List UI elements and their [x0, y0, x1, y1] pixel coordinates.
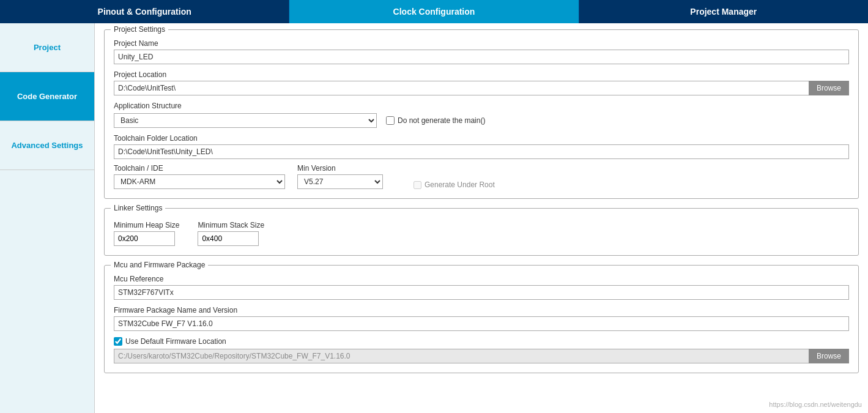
app-structure-select[interactable]: Basic Advanced: [114, 113, 377, 128]
firmware-package-input[interactable]: [114, 316, 849, 331]
min-version-select[interactable]: V5.27 V5.30 V5.32: [297, 174, 383, 189]
tab-project-manager[interactable]: Project Manager: [579, 0, 868, 23]
content-area: Project Settings Project Name Project Lo…: [95, 23, 868, 413]
toolchain-ide-col: Toolchain / IDE MDK-ARM STM32CubeIDE Mak…: [114, 164, 285, 189]
use-default-firmware-row: Use Default Firmware Location: [114, 337, 849, 346]
watermark-text: https://blog.csdn.net/weitengdu: [769, 401, 862, 408]
linker-row: Minimum Heap Size Minimum Stack Size: [114, 218, 849, 246]
min-stack-label: Minimum Stack Size: [198, 221, 264, 229]
app-structure-label: Application Structure: [114, 102, 849, 110]
project-location-row: Browse: [114, 81, 849, 95]
sidebar-item-code-generator[interactable]: Code Generator: [0, 72, 94, 121]
min-heap-input[interactable]: [114, 231, 175, 246]
linker-settings-group: Linker Settings Minimum Heap Size Minimu…: [104, 208, 859, 256]
project-location-browse-button[interactable]: Browse: [809, 81, 849, 95]
main-layout: Project Code Generator Advanced Settings…: [0, 23, 868, 413]
top-navigation: Pinout & Configuration Clock Configurati…: [0, 0, 868, 23]
do-not-generate-checkbox[interactable]: [386, 116, 395, 125]
toolchain-ide-select[interactable]: MDK-ARM STM32CubeIDE Makefile: [114, 174, 285, 189]
firmware-location-row: Browse: [114, 349, 849, 363]
mcu-firmware-group: Mcu and Firmware Package Mcu Reference F…: [104, 265, 859, 373]
generate-under-root-row: Generate Under Root: [414, 180, 495, 189]
sidebar-item-project[interactable]: Project: [0, 23, 94, 72]
toolchain-ide-label: Toolchain / IDE: [114, 164, 285, 173]
do-not-generate-checkbox-label[interactable]: Do not generate the main(): [386, 116, 485, 125]
use-default-firmware-checkbox-label[interactable]: Use Default Firmware Location: [114, 337, 849, 346]
sidebar: Project Code Generator Advanced Settings: [0, 23, 95, 413]
min-version-col: Min Version V5.27 V5.30 V5.32: [297, 164, 383, 189]
generate-under-root-checkbox: [414, 181, 421, 189]
mcu-reference-label: Mcu Reference: [114, 275, 849, 283]
project-settings-group: Project Settings Project Name Project Lo…: [104, 29, 859, 199]
project-name-label: Project Name: [114, 39, 849, 48]
tab-clock[interactable]: Clock Configuration: [289, 0, 579, 23]
min-stack-input[interactable]: [198, 231, 259, 246]
project-location-input[interactable]: [114, 81, 809, 95]
mcu-reference-input[interactable]: [114, 285, 849, 300]
linker-settings-title: Linker Settings: [111, 204, 165, 212]
min-stack-col: Minimum Stack Size: [198, 218, 264, 246]
firmware-package-label: Firmware Package Name and Version: [114, 306, 849, 314]
min-version-label: Min Version: [297, 164, 383, 173]
project-name-input[interactable]: [114, 50, 849, 64]
app-structure-row: Basic Advanced Do not generate the main(…: [114, 113, 849, 128]
firmware-browse-button[interactable]: Browse: [809, 349, 849, 363]
mcu-firmware-title: Mcu and Firmware Package: [111, 261, 208, 269]
project-location-label: Project Location: [114, 70, 849, 79]
toolchain-folder-label: Toolchain Folder Location: [114, 134, 849, 143]
use-default-firmware-checkbox[interactable]: [114, 337, 122, 346]
project-settings-title: Project Settings: [111, 25, 168, 34]
toolchain-folder-input[interactable]: [114, 144, 849, 159]
min-heap-col: Minimum Heap Size: [114, 218, 179, 246]
tab-pinout[interactable]: Pinout & Configuration: [0, 0, 289, 23]
min-heap-label: Minimum Heap Size: [114, 221, 179, 229]
toolchain-ide-row: Toolchain / IDE MDK-ARM STM32CubeIDE Mak…: [114, 164, 849, 189]
firmware-location-input: [114, 349, 809, 363]
sidebar-item-advanced-settings[interactable]: Advanced Settings: [0, 121, 94, 170]
